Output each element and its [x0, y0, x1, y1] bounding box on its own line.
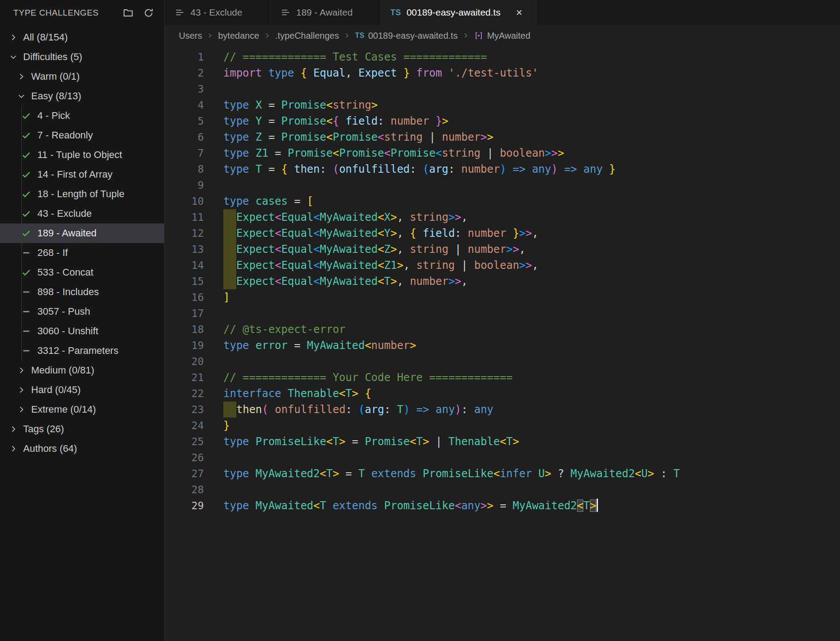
- code-line-21[interactable]: 21// ============= Your Code Here ======…: [165, 369, 840, 385]
- editor[interactable]: 1// ============= Test Cases ===========…: [165, 46, 840, 641]
- code-line-9[interactable]: 9: [165, 177, 840, 193]
- tree-item-warm-0-1[interactable]: Warm (0/1): [0, 67, 164, 86]
- tree-item-268-if[interactable]: 268 - If: [0, 243, 164, 263]
- tree-item-tags-26[interactable]: Tags (26): [0, 419, 164, 439]
- code-line-1[interactable]: 1// ============= Test Cases ===========…: [165, 49, 840, 65]
- code-line-14[interactable]: 14 Expect<Equal<MyAwaited<Z1>, string | …: [165, 257, 840, 273]
- line-number[interactable]: 7: [165, 145, 204, 161]
- tree-item-hard-0-45[interactable]: Hard (0/45): [0, 380, 164, 400]
- line-number[interactable]: 19: [165, 337, 204, 353]
- line-number[interactable]: 28: [165, 482, 204, 498]
- line-number[interactable]: 2: [165, 65, 204, 81]
- code-line-8[interactable]: 8type T = { then: (onfulfilled: (arg: nu…: [165, 161, 840, 177]
- tree-item-7-readonly[interactable]: 7 - Readonly: [0, 126, 164, 145]
- refresh-icon[interactable]: [142, 6, 155, 20]
- line-number[interactable]: 5: [165, 113, 204, 129]
- tree-item-authors-64[interactable]: Authors (64): [0, 439, 164, 458]
- tree-item-189-awaited[interactable]: 189 - Awaited: [0, 223, 164, 243]
- tree-item-11-tuple-to-object[interactable]: 11 - Tuple to Object: [0, 145, 164, 165]
- line-number[interactable]: 12: [165, 225, 204, 241]
- code-line-2[interactable]: 2import type { Equal, Expect } from './t…: [165, 65, 840, 81]
- line-number[interactable]: 25: [165, 434, 204, 450]
- line-number[interactable]: 20: [165, 353, 204, 369]
- code-line-19[interactable]: 19type error = MyAwaited<number>: [165, 337, 840, 353]
- tree-item-3060-unshift[interactable]: 3060 - Unshift: [0, 321, 164, 341]
- tree-item-all-8-154[interactable]: All (8/154): [0, 28, 164, 47]
- line-number[interactable]: 9: [165, 177, 204, 193]
- tree-item-4-pick[interactable]: 4 - Pick: [0, 106, 164, 126]
- line-number[interactable]: 17: [165, 305, 204, 321]
- close-icon[interactable]: ✕: [513, 6, 525, 19]
- code-line-26[interactable]: 26: [165, 450, 840, 466]
- line-number[interactable]: 24: [165, 418, 204, 434]
- code-line-24[interactable]: 24}: [165, 418, 840, 434]
- tab-189-awaited[interactable]: 189 - Awaited: [271, 0, 381, 25]
- tree-item-533-concat[interactable]: 533 - Concat: [0, 263, 164, 282]
- code-line-11[interactable]: 11 Expect<Equal<MyAwaited<X>, string>>,: [165, 209, 840, 225]
- line-number[interactable]: 3: [165, 81, 204, 97]
- line-number[interactable]: 16: [165, 289, 204, 305]
- tree-item-898-includes[interactable]: 898 - Includes: [0, 282, 164, 302]
- code-line-22[interactable]: 22interface Thenable<T> {: [165, 385, 840, 402]
- line-number[interactable]: 8: [165, 161, 204, 177]
- tree-item-difficulties-5[interactable]: Difficulties (5): [0, 47, 164, 67]
- line-number[interactable]: 18: [165, 321, 204, 337]
- line-number[interactable]: 21: [165, 369, 204, 385]
- breadcrumb-item-users[interactable]: Users: [179, 31, 202, 41]
- tree-item-medium-0-81[interactable]: Medium (0/81): [0, 361, 164, 380]
- chevron-down-icon[interactable]: [7, 51, 20, 63]
- chevron-right-icon[interactable]: [7, 423, 20, 435]
- tab-43-exclude[interactable]: 43 - Exclude: [165, 0, 271, 25]
- code-line-25[interactable]: 25type PromiseLike<T> = Promise<T> | The…: [165, 434, 840, 450]
- code-line-4[interactable]: 4type X = Promise<string>: [165, 97, 840, 113]
- tree-item-18-length-of-tuple[interactable]: 18 - Length of Tuple: [0, 184, 164, 204]
- line-number[interactable]: 14: [165, 257, 204, 273]
- breadcrumb-item-myawaited[interactable]: MyAwaited: [474, 31, 530, 41]
- tree-item-43-exclude[interactable]: 43 - Exclude: [0, 204, 164, 223]
- code-line-10[interactable]: 10type cases = [: [165, 193, 840, 209]
- line-number[interactable]: 1: [165, 49, 204, 65]
- chevron-right-icon[interactable]: [15, 70, 28, 83]
- code-line-27[interactable]: 27type MyAwaited2<T> = T extends Promise…: [165, 466, 840, 482]
- tree-item-extreme-0-14[interactable]: Extreme (0/14): [0, 400, 164, 419]
- code-line-29[interactable]: 29type MyAwaited<T extends PromiseLike<a…: [165, 498, 840, 514]
- code-line-15[interactable]: 15 Expect<Equal<MyAwaited<T>, number>>,: [165, 273, 840, 289]
- line-number[interactable]: 10: [165, 193, 204, 209]
- code-line-5[interactable]: 5type Y = Promise<{ field: number }>: [165, 113, 840, 129]
- line-number[interactable]: 4: [165, 97, 204, 113]
- line-number[interactable]: 27: [165, 466, 204, 482]
- code-line-18[interactable]: 18// @ts-expect-error: [165, 321, 840, 337]
- code-line-16[interactable]: 16]: [165, 289, 840, 305]
- line-number[interactable]: 11: [165, 209, 204, 225]
- line-number[interactable]: 15: [165, 273, 204, 289]
- code-line-23[interactable]: 23 then( onfulfilled: (arg: T) => any): …: [165, 402, 840, 418]
- tab-00189-easy-awaited-ts[interactable]: TS00189-easy-awaited.ts✕: [381, 0, 537, 25]
- chevron-right-icon[interactable]: [15, 403, 28, 416]
- tree-item-easy-8-13[interactable]: Easy (8/13): [0, 86, 164, 106]
- line-number[interactable]: 23: [165, 402, 204, 418]
- line-number[interactable]: 22: [165, 385, 204, 402]
- chevron-right-icon[interactable]: [7, 442, 20, 455]
- breadcrumb-item-typechallenges[interactable]: .typeChallenges: [275, 31, 339, 41]
- line-number[interactable]: 26: [165, 450, 204, 466]
- line-number[interactable]: 29: [165, 498, 204, 514]
- tree-item-14-first-of-array[interactable]: 14 - First of Array: [0, 165, 164, 184]
- tree-item-3057-push[interactable]: 3057 - Push: [0, 302, 164, 321]
- breadcrumb-item-bytedance[interactable]: bytedance: [218, 31, 259, 41]
- code-line-28[interactable]: 28: [165, 482, 840, 498]
- code-line-3[interactable]: 3: [165, 81, 840, 97]
- chevron-right-icon[interactable]: [15, 384, 28, 396]
- code-line-20[interactable]: 20: [165, 353, 840, 369]
- code-line-12[interactable]: 12 Expect<Equal<MyAwaited<Y>, { field: n…: [165, 225, 840, 241]
- chevron-right-icon[interactable]: [15, 364, 28, 377]
- chevron-right-icon[interactable]: [7, 31, 20, 44]
- code-line-17[interactable]: 17: [165, 305, 840, 321]
- tree-item-3312-parameters[interactable]: 3312 - Parameters: [0, 341, 164, 361]
- line-number[interactable]: 13: [165, 241, 204, 257]
- code-line-7[interactable]: 7type Z1 = Promise<Promise<Promise<strin…: [165, 145, 840, 161]
- line-number[interactable]: 6: [165, 129, 204, 145]
- chevron-down-icon[interactable]: [15, 90, 28, 102]
- folder-icon[interactable]: [121, 6, 135, 20]
- code-line-6[interactable]: 6type Z = Promise<Promise<string | numbe…: [165, 129, 840, 145]
- breadcrumb-item-00189-easy-awaited-ts[interactable]: TS00189-easy-awaited.ts: [355, 31, 458, 41]
